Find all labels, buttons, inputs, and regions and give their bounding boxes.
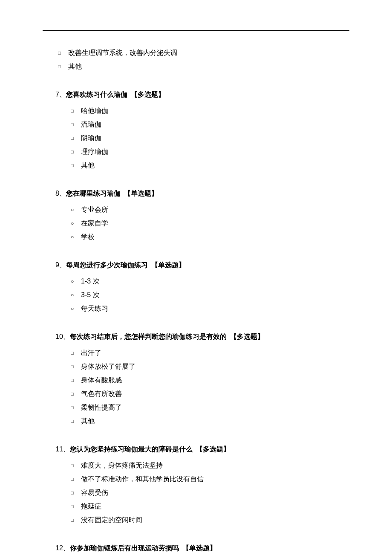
top-horizontal-rule [43, 30, 349, 31]
checkbox-icon: □ [71, 477, 78, 482]
option-row[interactable]: □ 做不了标准动作，和其他学员比没有自信 [71, 474, 349, 484]
option-label: 1-3 次 [81, 276, 100, 286]
question-text: 每次练习结束后，您怎样判断您的瑜伽练习是有效的 [70, 333, 227, 340]
option-row[interactable]: □ 身体有酸胀感 [71, 375, 349, 385]
option-row[interactable]: □ 哈他瑜伽 [71, 106, 349, 116]
option-row[interactable]: □ 没有固定的空闲时间 [71, 515, 349, 525]
option-label: 学校 [81, 232, 95, 242]
option-label: 身体放松了舒展了 [81, 361, 135, 372]
radio-icon: ○ [71, 292, 78, 298]
question-options: □ 出汗了 □ 身体放松了舒展了 □ 身体有酸胀感 □ 气色有所改善 □ 柔韧性… [71, 348, 349, 426]
option-row[interactable]: □ 容易受伤 [71, 488, 349, 498]
question-number: 12、 [55, 544, 70, 552]
option-row[interactable]: □ 气色有所改善 [71, 389, 349, 399]
question-header: 7、您喜欢练习什么瑜伽 【多选题】 [55, 90, 349, 100]
question-10: 10、每次练习结束后，您怎样判断您的瑜伽练习是有效的 【多选题】 □ 出汗了 □… [55, 332, 349, 426]
option-row[interactable]: □ 身体放松了舒展了 [71, 361, 349, 372]
checkbox-icon: □ [71, 463, 78, 468]
option-row[interactable]: ○ 在家自学 [71, 218, 349, 228]
question-options: ○ 1-3 次 ○ 3-5 次 ○ 每天练习 [71, 276, 349, 314]
option-row[interactable]: □ 柔韧性提高了 [71, 402, 349, 413]
question-options: □ 哈他瑜伽 □ 流瑜伽 □ 阴瑜伽 □ 理疗瑜伽 □ 其他 [71, 106, 349, 171]
question-11: 11、您认为您坚持练习瑜伽最大的障碍是什么 【多选题】 □ 难度大，身体疼痛无法… [55, 444, 349, 525]
question-number: 11、 [55, 445, 70, 453]
option-row[interactable]: □ 其他 [58, 61, 349, 72]
option-label: 没有固定的空闲时间 [81, 515, 142, 525]
page-container: □ 改善生理调节系统，改善内分泌失调 □ 其他 7、您喜欢练习什么瑜伽 【多选题… [0, 0, 392, 555]
radio-icon: ○ [71, 221, 78, 226]
option-row[interactable]: ○ 3-5 次 [71, 290, 349, 300]
question-type-tag: 【多选题】 [196, 445, 230, 453]
question-type-tag: 【单选题】 [182, 544, 216, 552]
option-row[interactable]: ○ 专业会所 [71, 205, 349, 215]
question-text: 每周您进行多少次瑜伽练习 [66, 261, 148, 269]
checkbox-icon: □ [71, 109, 78, 113]
option-label: 其他 [68, 61, 82, 72]
question-6-options-tail: □ 改善生理调节系统，改善内分泌失调 □ 其他 [58, 48, 349, 72]
option-row[interactable]: ○ 每天练习 [71, 304, 349, 314]
question-text: 您喜欢练习什么瑜伽 [66, 91, 127, 98]
option-row[interactable]: □ 改善生理调节系统，改善内分泌失调 [58, 48, 349, 58]
question-header: 9、每周您进行多少次瑜伽练习 【单选题】 [55, 260, 349, 270]
option-label: 容易受伤 [81, 488, 108, 498]
question-text: 您认为您坚持练习瑜伽最大的障碍是什么 [70, 445, 193, 453]
checkbox-icon: □ [71, 504, 78, 509]
checkbox-icon: □ [71, 150, 78, 154]
option-label: 改善生理调节系统，改善内分泌失调 [68, 48, 177, 58]
option-label: 其他 [81, 416, 95, 426]
question-header: 10、每次练习结束后，您怎样判断您的瑜伽练习是有效的 【多选题】 [55, 332, 349, 342]
option-row[interactable]: ○ 学校 [71, 232, 349, 242]
option-label: 柔韧性提高了 [81, 402, 122, 413]
option-label: 其他 [81, 160, 95, 171]
checkbox-icon: □ [58, 64, 66, 69]
checkbox-icon: □ [71, 405, 78, 410]
question-text: 您在哪里练习瑜伽 [66, 190, 121, 197]
question-number: 9、 [55, 261, 66, 269]
question-9: 9、每周您进行多少次瑜伽练习 【单选题】 ○ 1-3 次 ○ 3-5 次 ○ 每… [55, 260, 349, 314]
question-header: 11、您认为您坚持练习瑜伽最大的障碍是什么 【多选题】 [55, 444, 349, 454]
question-7: 7、您喜欢练习什么瑜伽 【多选题】 □ 哈他瑜伽 □ 流瑜伽 □ 阴瑜伽 □ 理… [55, 90, 349, 171]
question-header: 8、您在哪里练习瑜伽 【单选题】 [55, 188, 349, 199]
question-number: 8、 [55, 190, 66, 197]
question-text: 你参加瑜伽锻炼后有出现运动劳损吗 [70, 544, 179, 552]
radio-icon: ○ [71, 306, 78, 311]
option-label: 3-5 次 [81, 290, 100, 300]
question-type-tag: 【单选题】 [151, 261, 185, 269]
option-label: 出汗了 [81, 348, 101, 358]
option-label: 专业会所 [81, 205, 108, 215]
question-type-tag: 【多选题】 [230, 333, 264, 340]
option-label: 流瑜伽 [81, 119, 101, 130]
option-row[interactable]: □ 拖延症 [71, 501, 349, 512]
option-row[interactable]: □ 理疗瑜伽 [71, 147, 349, 157]
question-12: 12、你参加瑜伽锻炼后有出现运动劳损吗 【单选题】 ○ 有 [55, 543, 349, 555]
checkbox-icon: □ [71, 364, 78, 369]
option-row[interactable]: □ 出汗了 [71, 348, 349, 358]
option-label: 每天练习 [81, 304, 108, 314]
option-label: 做不了标准动作，和其他学员比没有自信 [81, 474, 204, 484]
checkbox-icon: □ [58, 51, 66, 55]
question-header: 12、你参加瑜伽锻炼后有出现运动劳损吗 【单选题】 [55, 543, 349, 553]
checkbox-icon: □ [71, 136, 78, 141]
checkbox-icon: □ [71, 518, 78, 523]
question-number: 7、 [55, 91, 66, 98]
option-row[interactable]: □ 流瑜伽 [71, 119, 349, 130]
question-number: 10、 [55, 333, 70, 340]
option-label: 气色有所改善 [81, 389, 122, 399]
radio-icon: ○ [71, 234, 78, 240]
option-label: 在家自学 [81, 218, 108, 228]
option-row[interactable]: ○ 1-3 次 [71, 276, 349, 286]
checkbox-icon: □ [71, 378, 78, 383]
option-label: 难度大，身体疼痛无法坚持 [81, 460, 163, 471]
option-row[interactable]: □ 其他 [71, 416, 349, 426]
question-options: ○ 专业会所 ○ 在家自学 ○ 学校 [71, 205, 349, 242]
question-8: 8、您在哪里练习瑜伽 【单选题】 ○ 专业会所 ○ 在家自学 ○ 学校 [55, 188, 349, 242]
checkbox-icon: □ [71, 491, 78, 495]
question-type-tag: 【多选题】 [131, 91, 165, 98]
option-label: 哈他瑜伽 [81, 106, 108, 116]
question-type-tag: 【单选题】 [124, 190, 158, 197]
question-options: □ 难度大，身体疼痛无法坚持 □ 做不了标准动作，和其他学员比没有自信 □ 容易… [71, 460, 349, 525]
option-row[interactable]: □ 难度大，身体疼痛无法坚持 [71, 460, 349, 471]
option-row[interactable]: □ 其他 [71, 160, 349, 171]
checkbox-icon: □ [71, 392, 78, 396]
option-row[interactable]: □ 阴瑜伽 [71, 133, 349, 143]
